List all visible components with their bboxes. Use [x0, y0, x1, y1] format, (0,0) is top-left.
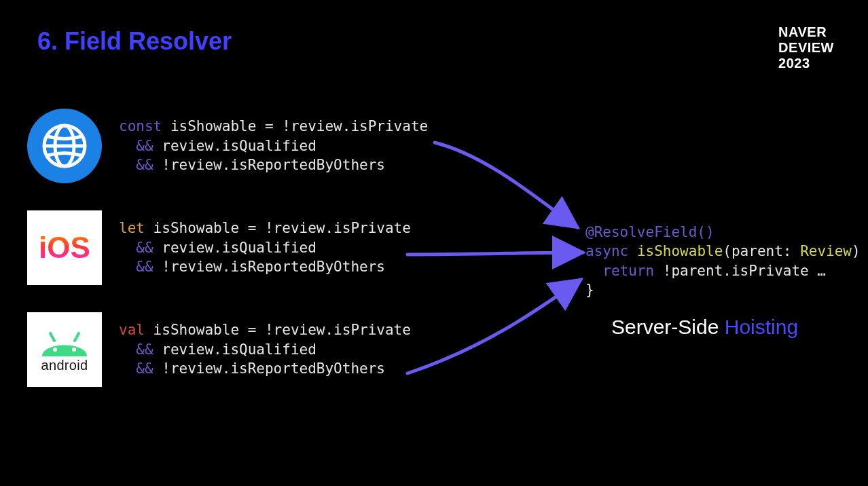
web-icon-box [27, 109, 102, 183]
ios-l1: !review.isPrivate [265, 220, 411, 236]
slide-title: 6. Field Resolver [37, 27, 232, 56]
android-l1: !review.isPrivate [265, 322, 411, 338]
svg-point-6 [72, 348, 76, 352]
web-l2: review.isQualified [153, 138, 317, 154]
svg-line-4 [75, 333, 79, 341]
func-name: isShowable [637, 243, 723, 259]
android-var: isShowable [153, 322, 239, 338]
android-kw: val [119, 322, 145, 338]
ios-var: isShowable [153, 220, 239, 236]
close-brace: } [585, 282, 594, 298]
ios-code: let isShowable = !review.isPrivate && re… [119, 219, 411, 276]
platform-ios: iOS let isShowable = !review.isPrivate &… [27, 210, 428, 285]
web-op2: && [136, 138, 153, 154]
brand-line1: NAVER [778, 24, 834, 40]
android-icon [38, 326, 91, 356]
platform-android: android val isShowable = !review.isPriva… [27, 312, 428, 387]
decorator: @ResolveField() [585, 224, 715, 240]
brand-line3: 2023 [778, 56, 834, 71]
android-op2: && [136, 341, 153, 358]
web-eq: = [256, 118, 282, 134]
colon: : [783, 243, 800, 259]
web-kw: const [119, 118, 162, 134]
web-code: const isShowable = !review.isPrivate && … [119, 117, 428, 174]
android-icon-box: android [27, 312, 102, 387]
web-op3: && [136, 157, 153, 173]
platforms-column: const isShowable = !review.isPrivate && … [27, 109, 428, 387]
android-l2: review.isQualified [153, 341, 317, 358]
web-l3: !review.isReportedByOthers [153, 157, 385, 173]
ios-l3: !review.isReportedByOthers [153, 259, 385, 275]
android-eq: = [239, 322, 265, 338]
tagline-part1: Server-Side [611, 316, 725, 338]
param-name: parent [731, 243, 783, 259]
ios-icon-box: iOS [27, 210, 102, 285]
return-expr: !parent.isPrivate … [654, 263, 826, 279]
ios-op2: && [136, 240, 153, 256]
brand-line2: DEVIEW [778, 40, 834, 56]
brand-block: NAVER DEVIEW 2023 [778, 24, 834, 71]
ios-icon: iOS [39, 231, 90, 265]
web-var: isShowable [170, 118, 256, 134]
web-l1: !review.isPrivate [282, 118, 428, 134]
ios-l2: review.isQualified [153, 240, 317, 256]
tagline-part2: Hoisting [725, 316, 798, 338]
svg-point-5 [53, 348, 57, 352]
tagline: Server-Side Hoisting [611, 316, 798, 339]
globe-icon [27, 109, 102, 183]
server-code: @ResolveField() async isShowable(parent:… [585, 223, 868, 299]
paren-close: ) { [852, 243, 868, 259]
platform-web: const isShowable = !review.isPrivate && … [27, 109, 428, 183]
svg-line-3 [50, 333, 54, 341]
android-label: android [41, 358, 88, 373]
param-type: Review [800, 243, 852, 259]
android-op3: && [136, 360, 153, 377]
return-kw: return [602, 263, 654, 279]
android-l3: !review.isReportedByOthers [153, 360, 385, 377]
ios-kw: let [119, 220, 145, 236]
paren-open: ( [723, 243, 731, 259]
ios-eq: = [239, 220, 265, 236]
android-code: val isShowable = !review.isPrivate && re… [119, 320, 411, 378]
ios-op3: && [136, 259, 153, 275]
async-kw: async [585, 243, 628, 259]
